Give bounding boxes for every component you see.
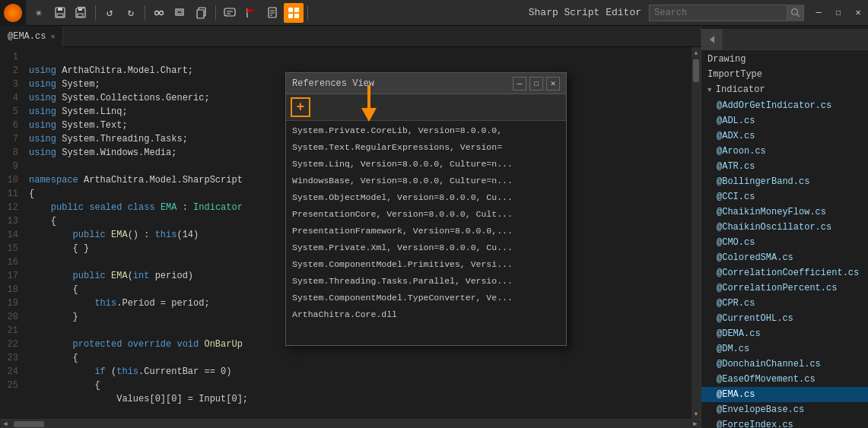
sep3 <box>215 5 216 21</box>
tree-item-chaikinmoneyflow[interactable]: @ChaikinMoneyFlow.cs <box>701 204 868 220</box>
tree-item-bollingerband[interactable]: @BollingerBand.cs <box>701 174 868 189</box>
search-input[interactable] <box>650 8 787 18</box>
dialog-maximize-btn[interactable]: ☐ <box>529 77 543 90</box>
list-item[interactable]: PresentationFramework, Version=8.0.0.0,.… <box>286 223 566 239</box>
scroll-left-btn[interactable]: ◀ <box>0 420 11 429</box>
list-item[interactable]: System.Linq, Version=8.0.0.0, Culture=n.… <box>286 156 566 173</box>
undo-btn[interactable]: ↺ <box>100 3 119 23</box>
toolbar: ✳ ↺ ↻ <box>26 3 521 23</box>
redo-btn[interactable]: ↻ <box>121 3 141 23</box>
scroll-right-btn[interactable]: ▶ <box>690 420 701 429</box>
search-icon[interactable] <box>787 5 803 21</box>
tree-item-atr[interactable]: @ATR.cs <box>701 159 868 174</box>
search-bar[interactable] <box>649 5 804 21</box>
scroll-down-btn[interactable]: ▼ <box>692 410 700 417</box>
list-item[interactable]: System.ComponentModel.Primitives, Versi.… <box>286 256 566 273</box>
svg-rect-27 <box>294 14 299 18</box>
tree-item-correlationcoefficient[interactable]: @CorrelationCoefficient.cs <box>701 265 868 281</box>
editor-area: @EMA.cs ✕ 12345 678910 1112131415 <box>0 26 701 428</box>
sep1 <box>95 5 96 21</box>
break-btn[interactable] <box>149 3 169 23</box>
svg-rect-6 <box>78 7 85 8</box>
scroll-up-btn[interactable]: ▲ <box>692 49 700 56</box>
h-scroll-thumb[interactable] <box>14 421 44 427</box>
svg-point-7 <box>155 11 159 14</box>
dialog-toolbar: + <box>286 94 566 121</box>
svg-line-29 <box>796 14 800 17</box>
tree-item-forceindex[interactable]: @ForceIndex.cs <box>701 417 868 428</box>
svg-rect-2 <box>57 14 63 17</box>
tree-items: Drawing ImportType Indicator @AddOrGetIn… <box>701 50 868 428</box>
flag-btn[interactable] <box>241 3 261 23</box>
list-item[interactable]: System.ComponentModel.TypeConverter, Ve.… <box>286 290 566 306</box>
list-item[interactable]: System.Private.CoreLib, Version=8.0.0.0, <box>286 122 566 139</box>
tree-item-ema[interactable]: @EMA.cs <box>701 387 868 402</box>
tree-item-envelopebase[interactable]: @EnvelopeBase.cs <box>701 402 868 417</box>
svg-rect-1 <box>58 8 62 11</box>
tree-item-coloredsma[interactable]: @ColoredSMA.cs <box>701 250 868 265</box>
app-title: Sharp Script Editor <box>529 7 641 18</box>
list-item[interactable]: System.Text.RegularExpressions, Version= <box>286 139 566 156</box>
tree-item-cmo[interactable]: @CMO.cs <box>701 235 868 250</box>
dialog-close-btn[interactable]: ✕ <box>546 77 560 90</box>
list-item[interactable]: System.ObjectModel, Version=8.0.0.0, Cu.… <box>286 189 566 206</box>
line-numbers: 12345 678910 1112131415 1617181920 21222… <box>0 47 23 419</box>
tree-item-addorgetindicator[interactable]: @AddOrGetIndicator.cs <box>701 98 868 113</box>
dialog-content[interactable]: System.Private.CoreLib, Version=8.0.0.0,… <box>286 121 566 345</box>
tree-item-easeofmovement[interactable]: @EaseOfMovement.cs <box>701 372 868 387</box>
tab-label: @EMA.cs <box>8 31 46 42</box>
tree-item-dm[interactable]: @DM.cs <box>701 341 868 357</box>
dialog-controls: — ☐ ✕ <box>513 77 560 90</box>
tree-item-currentohl[interactable]: @CurrentOHL.cs <box>701 311 868 326</box>
list-item[interactable]: System.Threading.Tasks.Parallel, Versio.… <box>286 273 566 290</box>
list-item[interactable]: System.Private.Xml, Version=8.0.0.0, Cu.… <box>286 239 566 256</box>
tree-item-cci[interactable]: @CCI.cs <box>701 189 868 204</box>
tree-item-adl[interactable]: @ADL.cs <box>701 113 868 128</box>
tab-close-icon[interactable]: ✕ <box>50 32 55 41</box>
horizontal-scrollbar[interactable]: ◀ ▶ <box>0 419 701 428</box>
svg-rect-13 <box>197 10 204 18</box>
window-btn[interactable] <box>170 3 190 23</box>
layout-btn[interactable] <box>284 3 304 23</box>
dialog-title-bar: References View — ☐ ✕ <box>286 73 566 94</box>
list-item[interactable]: WindowsBase, Version=8.0.0.0, Culture=n.… <box>286 173 566 189</box>
asterisk-btn[interactable]: ✳ <box>29 3 49 23</box>
tree-item-donchain[interactable]: @DonchainChannel.cs <box>701 357 868 372</box>
maximize-btn[interactable]: ☐ <box>828 3 848 23</box>
tree-category-indicator[interactable]: Indicator <box>701 82 868 98</box>
tree-back-btn[interactable] <box>701 29 723 50</box>
file-tree-panel: Drawing ImportType Indicator @AddOrGetIn… <box>701 26 868 428</box>
save-btn[interactable] <box>50 3 70 23</box>
svg-rect-24 <box>288 8 293 12</box>
references-view-dialog: References View — ☐ ✕ + System.Private.C… <box>285 72 567 346</box>
tab-ema[interactable]: @EMA.cs ✕ <box>0 26 63 47</box>
svg-point-8 <box>160 11 164 14</box>
list-item[interactable]: ArthaChitra.Core.dll <box>286 306 566 323</box>
script-btn[interactable] <box>262 3 282 23</box>
minimize-btn[interactable]: — <box>809 3 828 23</box>
list-item[interactable]: PresentationCore, Version=8.0.0.0, Cult.… <box>286 206 566 223</box>
tree-category-importtype[interactable]: ImportType <box>701 67 868 82</box>
tree-category-drawing[interactable]: Drawing <box>701 52 868 67</box>
vertical-scrollbar[interactable]: ▲ ▼ <box>692 47 701 419</box>
close-btn[interactable]: ✕ <box>848 3 868 23</box>
sep2 <box>145 5 145 21</box>
svg-point-28 <box>791 8 797 14</box>
tree-item-aroon[interactable]: @Aroon.cs <box>701 144 868 159</box>
dialog-minimize-btn[interactable]: — <box>513 77 526 90</box>
comment-btn[interactable] <box>220 3 240 23</box>
tree-item-adx[interactable]: @ADX.cs <box>701 128 868 144</box>
svg-rect-11 <box>177 11 182 14</box>
tree-item-dema[interactable]: @DEMA.cs <box>701 326 868 341</box>
scroll-thumb[interactable] <box>693 59 699 82</box>
save-all-btn[interactable] <box>72 3 91 23</box>
title-bar: ✳ ↺ ↻ Sharp Sc <box>0 0 868 26</box>
sep4 <box>307 5 308 21</box>
copy-btn[interactable] <box>192 3 211 23</box>
svg-rect-25 <box>294 8 299 12</box>
add-reference-btn[interactable]: + <box>291 97 310 117</box>
tree-item-cpr[interactable]: @CPR.cs <box>701 296 868 311</box>
svg-rect-26 <box>288 14 293 18</box>
tree-item-correlationpercent[interactable]: @CorrelationPercent.cs <box>701 281 868 296</box>
tree-item-chaikinoscillator[interactable]: @ChaikinOscillator.cs <box>701 220 868 235</box>
